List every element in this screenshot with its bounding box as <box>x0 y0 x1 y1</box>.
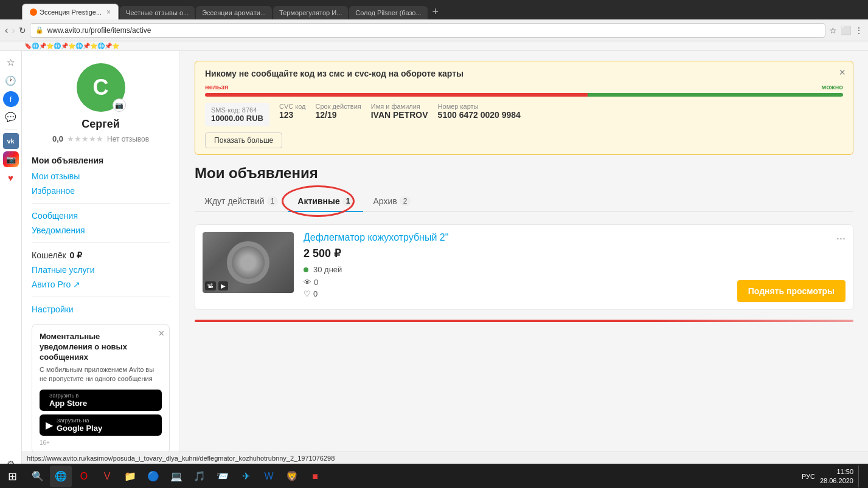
taskbar-icon-app2[interactable]: 💻 <box>165 466 187 487</box>
taskbar-icon-app3[interactable]: 🎵 <box>189 466 210 487</box>
wallet-row: Кошелёк 0 ₽ <box>32 250 170 260</box>
promo-close-button[interactable]: × <box>159 328 164 339</box>
sidebar-icon-history[interactable]: 🕐 <box>3 73 19 89</box>
left-sidebar: ☆ 🕐 f 💬 vk 📷 ♥ ⚙ <box>0 51 22 476</box>
google-play-small-text: Загрузить на <box>57 418 102 424</box>
nav-messages-link[interactable]: Сообщения <box>32 211 170 221</box>
sms-code-box: SMS-код: 8764 10000.00 RUB <box>205 103 269 126</box>
browser-tab-active[interactable]: Эссенция Prestige... × <box>22 4 119 19</box>
taskbar-icon-vivaldi[interactable]: V <box>96 466 118 487</box>
settings-link[interactable]: Настройки <box>32 304 170 314</box>
tab-5-label: Солод Pilsner (базо... <box>355 9 421 16</box>
listings-title: Мои объявления <box>195 165 853 182</box>
stars: ★★★★★ <box>67 134 103 143</box>
address-bar[interactable]: 🔒 www.avito.ru/profile/items/active <box>30 23 825 38</box>
nav-reviews-link[interactable]: Мои отзывы <box>32 171 170 181</box>
taskbar-icon-explorer[interactable]: 📁 <box>119 466 141 487</box>
sidebar-icon-chat[interactable]: 💬 <box>3 109 19 125</box>
age-label: 16+ <box>40 439 162 446</box>
taskbar-show-desktop[interactable] <box>858 466 861 487</box>
expiry-label: Срок действия <box>316 103 361 110</box>
camera-icon[interactable]: 📷 <box>113 98 126 112</box>
listing-card: 📽 ▶ Дефлегматор кожухотрубный 2" 2 500 ₽… <box>195 224 853 310</box>
taskbar-lang: РУС <box>802 473 815 480</box>
cvc-label: CVC код <box>279 103 306 110</box>
app-store-button[interactable]: Загрузить в App Store <box>40 390 162 411</box>
taskbar-icon-search[interactable]: 🔍 <box>27 466 49 487</box>
url-text: www.avito.ru/profile/items/active <box>47 26 151 35</box>
menu-button[interactable]: ⋮ <box>855 26 863 35</box>
tab-active[interactable]: Активные 1 <box>288 191 363 212</box>
taskbar-icon-chrome[interactable]: 🌐 <box>50 466 72 487</box>
extensions-button[interactable]: ⬜ <box>841 26 851 35</box>
cvc-field: CVC код 123 <box>279 103 306 120</box>
avito-pro-link[interactable]: Авито Pro ↗ <box>32 280 170 289</box>
red-separator <box>195 320 853 322</box>
name-label: Имя и фамилия <box>371 103 428 110</box>
sidebar-icon-instagram[interactable]: 📷 <box>3 151 19 167</box>
nav-favorites-link[interactable]: Избранное <box>32 186 170 196</box>
tab-4-label: Терморегулятор И... <box>279 9 342 16</box>
browser-tab-4[interactable]: Терморегулятор И... <box>273 6 348 19</box>
sidebar-icon-heart[interactable]: ♥ <box>3 170 19 185</box>
sidebar-icon-star[interactable]: ☆ <box>3 55 19 70</box>
google-play-button[interactable]: ▶ Загрузить на Google Play <box>40 414 162 436</box>
taskbar-icon-app5[interactable]: 🦁 <box>281 466 303 487</box>
more-options-button[interactable]: ··· <box>836 232 845 245</box>
warning-label-good: можно <box>821 83 843 91</box>
profile-sidebar: С 📷 Сергей 0,0 ★★★★★ Нет отзывов Мои объ… <box>22 51 180 464</box>
warning-title: Никому не сообщайте код из смс и cvс-код… <box>205 69 843 78</box>
taskbar-clock: 11:50 28.06.2020 <box>820 467 853 485</box>
show-more-button[interactable]: Показать больше <box>205 132 282 148</box>
status-dot <box>304 267 308 272</box>
name-field: Имя и фамилия IVAN PETROV <box>371 103 428 120</box>
browser-status-bar: https://www.avito.ru/kasimov/posuda_i_to… <box>22 452 868 464</box>
browser-tab-5[interactable]: Солод Pilsner (базо... <box>349 6 427 19</box>
avatar-wrap: С 📷 <box>32 63 170 112</box>
refresh-button[interactable]: ↻ <box>19 26 26 35</box>
listing-image[interactable]: 📽 ▶ <box>203 232 294 293</box>
tab-waiting[interactable]: Ждут действий 1 <box>195 191 288 212</box>
user-rating-row: 0,0 ★★★★★ Нет отзывов <box>32 134 170 143</box>
nav-title: Мои объявления <box>32 156 170 165</box>
google-play-name: Google Play <box>57 424 102 433</box>
taskbar-icon-app6[interactable]: ■ <box>304 466 326 487</box>
taskbar-icon-app4[interactable]: 📨 <box>212 466 234 487</box>
listing-title[interactable]: Дефлегматор кожухотрубный 2" <box>304 232 727 243</box>
browser-tab-3[interactable]: Эссенции аромати... <box>196 6 272 19</box>
expiry-value: 12/19 <box>316 110 361 120</box>
name-value: IVAN PETROV <box>371 110 428 120</box>
browser-tab-2[interactable]: Честные отзывы о... <box>120 6 195 19</box>
start-button[interactable]: ⊞ <box>0 464 24 489</box>
sms-amount: 10000.00 RUB <box>211 114 263 123</box>
taskbar-time: 11:50 <box>836 467 853 476</box>
tab-archive[interactable]: Архив 2 <box>363 191 420 212</box>
taskbar-icon-word[interactable]: W <box>258 466 280 487</box>
tab-3-label: Эссенции аромати... <box>202 9 266 16</box>
wallet-amount: 0 ₽ <box>70 250 83 260</box>
boost-views-button[interactable]: Поднять просмотры <box>737 280 845 302</box>
forward-button[interactable]: › <box>12 25 15 36</box>
paid-services-link[interactable]: Платные услуги <box>32 265 170 275</box>
listing-views: 👁 0 <box>304 278 727 287</box>
listing-actions: ··· Поднять просмотры <box>737 232 845 302</box>
tab-label: Эссенция Prestige... <box>40 9 102 16</box>
warning-progress-bar <box>205 93 843 97</box>
card-number-label: Номер карты <box>438 103 521 110</box>
taskbar-date: 28.06.2020 <box>820 476 853 485</box>
sidebar-icon-messenger[interactable]: f <box>3 91 19 107</box>
listing-info: Дефлегматор кожухотрубный 2" 2 500 ₽ 30 … <box>304 232 727 298</box>
sidebar-icon-vk[interactable]: vk <box>3 133 19 149</box>
warning-close-button[interactable]: × <box>839 66 845 79</box>
taskbar-icons-group: 🔍 🌐 O V 📁 🔵 💻 🎵 📨 ✈ W 🦁 ■ <box>24 466 328 487</box>
taskbar-icon-app1[interactable]: 🔵 <box>142 466 164 487</box>
bookmark-button[interactable]: ☆ <box>829 26 837 35</box>
listing-price: 2 500 ₽ <box>304 247 727 260</box>
new-tab-button[interactable]: + <box>428 5 444 18</box>
app-store-name: App Store <box>49 399 87 408</box>
nav-notifications-link[interactable]: Уведомления <box>32 225 170 235</box>
back-button[interactable]: ‹ <box>5 25 8 36</box>
cvc-value: 123 <box>279 110 306 120</box>
taskbar-icon-opera[interactable]: O <box>73 466 95 487</box>
taskbar-icon-telegram[interactable]: ✈ <box>235 466 257 487</box>
